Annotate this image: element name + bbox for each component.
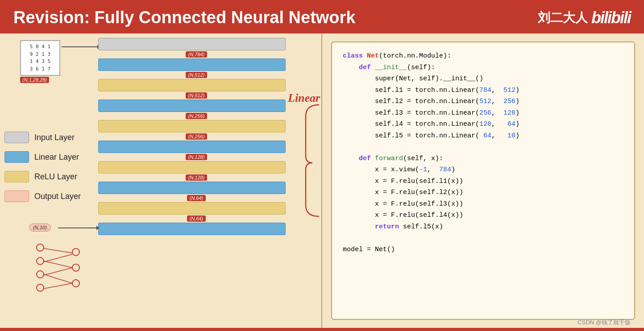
code-line-4: self.l1 = torch.nn.Linear(784, 512) bbox=[343, 85, 623, 96]
svg-line-8 bbox=[44, 254, 72, 262]
badge-64b: (N,64) bbox=[187, 215, 206, 222]
layer-bar-linear-1 bbox=[98, 58, 286, 71]
legend-swatch-input bbox=[4, 132, 29, 143]
layer-row-4 bbox=[98, 120, 295, 132]
svg-point-1 bbox=[37, 257, 44, 265]
code-block: class Net(torch.nn.Module): def __init__… bbox=[331, 41, 635, 320]
layer-bar-relu-1 bbox=[98, 79, 286, 91]
layer-row-8 bbox=[98, 202, 295, 215]
code-line-3: super(Net, self).__init__() bbox=[343, 73, 623, 85]
arrow-7: (N,64) bbox=[98, 195, 295, 201]
input-image: 5 0 4 19 2 1 31 4 3 53 6 1 7 bbox=[20, 40, 60, 76]
code-line-9: def forward(self, x): bbox=[343, 153, 623, 165]
layer-bar-linear-2 bbox=[98, 99, 286, 112]
legend-swatch-relu bbox=[4, 171, 29, 182]
right-panel: class Net(torch.nn.Module): def __init__… bbox=[322, 33, 644, 328]
svg-line-10 bbox=[44, 261, 72, 268]
code-line-16: model = Net() bbox=[343, 244, 623, 256]
layer-bar-linear-4 bbox=[98, 182, 286, 194]
output-arrow-head bbox=[96, 226, 100, 230]
header: Revision: Fully Connected Neural Network… bbox=[0, 0, 644, 33]
curly-brace bbox=[303, 103, 321, 219]
code-line-blank1 bbox=[343, 141, 623, 153]
layer-row-2 bbox=[98, 79, 295, 91]
svg-point-4 bbox=[72, 248, 79, 256]
code-line-8: self.l5 = torch.nn.Linear( 64, 10) bbox=[343, 130, 623, 142]
layer-row-0 bbox=[98, 38, 295, 50]
legend-label-linear: Linear Layer bbox=[34, 153, 79, 162]
arrow-2: (N,512) bbox=[98, 92, 295, 99]
badge-512a: (N,512) bbox=[186, 72, 208, 78]
legend-label-relu: ReLU Layer bbox=[34, 172, 77, 182]
code-line-10: x = x.view(-1, 784) bbox=[343, 164, 623, 176]
layer-row-3 bbox=[98, 99, 295, 112]
badge-128b: (N,128) bbox=[186, 174, 208, 181]
network-layers: 5 0 4 19 2 1 31 4 3 53 6 1 7 (N,1,28,28)… bbox=[98, 38, 295, 235]
legend-label-input: Input Layer bbox=[34, 133, 75, 142]
legend-swatch-linear bbox=[4, 151, 29, 163]
code-line-6: self.l3 = torch.nn.Linear(256, 128) bbox=[343, 108, 623, 119]
legend-item-input: Input Layer bbox=[4, 132, 81, 143]
layer-row-1 bbox=[98, 58, 295, 71]
legend-item-output: Output Layer bbox=[4, 190, 81, 202]
svg-line-7 bbox=[44, 248, 72, 253]
badge-256a: (N,256) bbox=[186, 113, 208, 119]
layer-bar-relu-2 bbox=[98, 120, 286, 132]
arrow-3: (N,256) bbox=[98, 113, 295, 119]
layer-bar-relu-4 bbox=[98, 202, 286, 215]
left-panel: Input Layer Linear Layer ReLU Layer Outp… bbox=[0, 33, 321, 328]
layer-row-6 bbox=[98, 161, 295, 174]
layer-bar-input bbox=[98, 38, 286, 50]
arrow-4: (N,256) bbox=[98, 133, 295, 140]
legend-swatch-output bbox=[4, 190, 29, 202]
code-line-15: return self.l5(x) bbox=[343, 221, 623, 233]
bilibili-brand: bilibili bbox=[591, 8, 631, 27]
code-line-7: self.l4 = torch.nn.Linear(128, 64) bbox=[343, 119, 623, 130]
output-badge: (N,10) bbox=[29, 223, 51, 232]
arrow-1: (N,512) bbox=[98, 72, 295, 78]
dropout-diagram bbox=[27, 239, 98, 292]
code-line-5: self.l2 = torch.nn.Linear(512, 256) bbox=[343, 96, 623, 108]
code-line-blank2 bbox=[343, 232, 623, 244]
legend-label-output: Output Layer bbox=[34, 192, 81, 201]
legend: Input Layer Linear Layer ReLU Layer Outp… bbox=[4, 132, 81, 210]
code-line-1: class Net(torch.nn.Module): bbox=[343, 50, 623, 62]
page-title: Revision: Fully Connected Neural Network bbox=[13, 8, 355, 27]
svg-point-5 bbox=[72, 264, 79, 271]
arrow-5: (N,128) bbox=[98, 154, 295, 160]
code-line-14: x = F.relu(self.l4(x)) bbox=[343, 210, 623, 221]
code-line-12: x = F.relu(self.l2(x)) bbox=[343, 187, 623, 199]
code-line-2: def __init__(self): bbox=[343, 62, 623, 74]
svg-point-6 bbox=[72, 280, 79, 287]
output-arrow bbox=[58, 228, 97, 228]
code-line-13: x = F.relu(self.l3(x)) bbox=[343, 199, 623, 210]
svg-line-12 bbox=[44, 274, 72, 283]
layer-row-7 bbox=[98, 182, 295, 194]
svg-point-3 bbox=[37, 284, 44, 291]
legend-item-relu: ReLU Layer bbox=[4, 171, 81, 182]
code-line-11: x = F.relu(self.l1(x)) bbox=[343, 176, 623, 187]
logo: 刘二大人 bilibili bbox=[538, 8, 631, 27]
layer-bar-output bbox=[98, 223, 286, 235]
layer-bar-relu-3 bbox=[98, 161, 286, 174]
watermark: CSDN @钱了就干饭 bbox=[578, 319, 631, 327]
input-arrow bbox=[62, 46, 99, 47]
svg-point-2 bbox=[37, 271, 44, 278]
badge-64a: (N,64) bbox=[187, 195, 206, 201]
svg-point-0 bbox=[37, 244, 44, 251]
arrow-6: (N,128) bbox=[98, 174, 295, 181]
layer-row-9: (N,10) bbox=[98, 223, 295, 235]
main-content: Input Layer Linear Layer ReLU Layer Outp… bbox=[0, 33, 644, 328]
badge-256b: (N,256) bbox=[186, 133, 208, 140]
badge-784: (N,784) bbox=[186, 51, 208, 58]
legend-item-linear: Linear Layer bbox=[4, 151, 81, 163]
svg-line-9 bbox=[44, 268, 72, 275]
logo-text: 刘二大人 bbox=[538, 9, 588, 26]
badge-512b: (N,512) bbox=[186, 92, 208, 99]
layer-row-5 bbox=[98, 141, 295, 153]
arrow-8: (N,64) bbox=[98, 215, 295, 222]
arrow-0: (N,784) bbox=[98, 51, 295, 58]
badge-128a: (N,128) bbox=[186, 154, 208, 160]
input-shape-badge: (N,1,28,28) bbox=[20, 77, 49, 83]
layer-bar-linear-3 bbox=[98, 141, 286, 153]
